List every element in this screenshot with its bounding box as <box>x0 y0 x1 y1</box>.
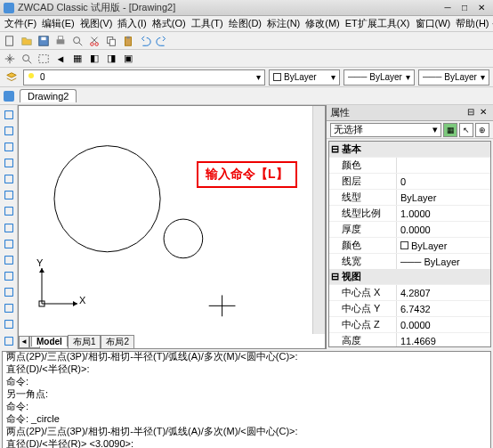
tool-d-icon[interactable]: ▣ <box>120 51 136 67</box>
toolbar-2: ◄ ▦ ◧ ◨ ▣ <box>0 50 493 68</box>
quick-select-icon[interactable]: ▦ <box>443 123 457 137</box>
panel-close-icon[interactable]: ✕ <box>477 107 489 119</box>
region-tool-icon[interactable] <box>1 317 17 332</box>
close-button[interactable]: ✕ <box>473 2 489 14</box>
minimize-button[interactable]: ─ <box>440 2 456 14</box>
table-tool-icon[interactable] <box>1 333 17 348</box>
doc-tabs: Drawing2 <box>0 87 493 105</box>
svg-rect-23 <box>4 175 12 183</box>
circle-tool-icon[interactable] <box>1 220 17 235</box>
vertical-scrollbar[interactable] <box>312 106 325 334</box>
maximize-button[interactable]: □ <box>457 2 473 14</box>
svg-rect-21 <box>4 143 12 151</box>
zoom-icon[interactable] <box>19 51 35 67</box>
props-grid[interactable]: ⊟基本颜色图层0线型ByLayer线型比例1.0000厚度0.0000颜色ByL… <box>328 141 491 347</box>
layout-tab[interactable]: Model <box>31 336 68 346</box>
selection-dropdown[interactable]: 无选择▾ <box>330 123 441 137</box>
xline-tool-icon[interactable] <box>1 139 17 154</box>
copy-icon[interactable] <box>103 33 119 49</box>
menu-item[interactable]: 绘图(D) <box>226 17 264 30</box>
point-tool-icon[interactable] <box>1 285 17 300</box>
layout-tab[interactable]: 布局2 <box>101 335 134 348</box>
svg-rect-24 <box>4 191 12 200</box>
props-row[interactable]: 线型比例1.0000 <box>329 205 490 221</box>
menu-item[interactable]: ET扩展工具(X) <box>343 17 413 30</box>
props-row[interactable]: 图层0 <box>329 173 490 189</box>
drawing-canvas[interactable]: X Y 输入命令【L】 ◄► Model布局1布局2 <box>18 105 326 349</box>
select-objects-icon[interactable]: ↖ <box>459 123 473 137</box>
tool-b-icon[interactable]: ◧ <box>86 51 102 67</box>
ellipse-tool-icon[interactable] <box>1 252 17 267</box>
props-row[interactable]: 线型ByLayer <box>329 189 490 205</box>
open-icon[interactable] <box>19 33 35 49</box>
props-row[interactable]: 高度11.4669 <box>329 332 490 347</box>
paste-icon[interactable] <box>120 33 136 49</box>
window-title: ZWCAD Classic 试用版 - [Drawing2] <box>18 1 439 14</box>
menu-item[interactable]: 文件(F) <box>2 17 39 30</box>
menu-item[interactable]: 编辑(E) <box>39 17 77 30</box>
cmd-line: 两点(2P)/三点(3P)/相切-相切-半径(T)/弧线(A)/多次(M)/<圆… <box>6 425 487 437</box>
menu-item[interactable]: 窗口(W) <box>413 17 454 30</box>
svg-point-35 <box>164 219 203 258</box>
command-history[interactable]: 命令: _options命令:命令: _circle两点(2P)/三点(3P)/… <box>2 351 491 448</box>
props-selection-row: 无选择▾ ▦ ↖ ⊕ <box>327 121 493 139</box>
cut-icon[interactable] <box>86 33 102 49</box>
print-icon[interactable] <box>53 33 69 49</box>
svg-point-5 <box>74 37 80 43</box>
polygon-tool-icon[interactable] <box>1 172 17 187</box>
rect-tool-icon[interactable] <box>1 188 17 203</box>
color-dropdown[interactable]: ByLayer▾ <box>269 69 340 86</box>
line-tool-icon[interactable] <box>1 107 17 122</box>
tool-c-icon[interactable]: ◨ <box>103 51 119 67</box>
props-row[interactable]: 中心点 Z0.0000 <box>329 316 490 332</box>
polyline-tool-icon[interactable] <box>1 155 17 170</box>
svg-point-7 <box>91 42 94 45</box>
props-row[interactable]: 厚度0.0000 <box>329 221 490 237</box>
spline-tool-icon[interactable] <box>1 236 17 251</box>
new-icon[interactable] <box>2 33 18 49</box>
svg-line-6 <box>79 42 83 45</box>
text-tool-icon[interactable] <box>1 301 17 316</box>
svg-rect-22 <box>4 159 12 167</box>
save-icon[interactable] <box>36 33 52 49</box>
cmd-line: 两点(2P)/三点(3P)/相切-相切-半径(T)/弧线(A)/多次(M)/<圆… <box>6 351 487 362</box>
zoom-window-icon[interactable] <box>36 51 52 67</box>
menu-item[interactable]: 标注(N) <box>264 17 303 30</box>
layer-dropdown[interactable]: 0 ▾ <box>23 69 265 86</box>
preview-icon[interactable] <box>69 33 85 49</box>
props-row[interactable]: 中心点 Y6.7432 <box>329 300 490 316</box>
menu-item[interactable]: 帮助(H) <box>453 17 491 30</box>
ray-tool-icon[interactable] <box>1 123 17 138</box>
zoom-prev-icon[interactable]: ◄ <box>53 51 69 67</box>
arc-tool-icon[interactable] <box>1 204 17 219</box>
doc-tab[interactable]: Drawing2 <box>20 89 77 102</box>
svg-rect-26 <box>4 224 12 232</box>
linetype-dropdown[interactable]: ───ByLayer▾ <box>343 69 415 86</box>
menu-item[interactable]: 视图(V) <box>77 17 116 30</box>
svg-rect-19 <box>4 110 12 118</box>
svg-line-9 <box>92 37 97 42</box>
pan-icon[interactable] <box>2 51 18 67</box>
menu-item[interactable]: 插入(I) <box>115 17 149 30</box>
props-row[interactable]: 线宽───ByLayer <box>329 253 490 269</box>
props-group-header[interactable]: ⊟基本 <box>329 142 490 157</box>
cmd-line: 直径(D)/<半径(R)>: <box>6 362 487 375</box>
lineweight-dropdown[interactable]: ───ByLayer▾ <box>418 69 489 86</box>
menu-item[interactable]: 工具(T) <box>189 17 226 30</box>
layout-tab[interactable]: 布局1 <box>68 335 101 348</box>
props-group-header[interactable]: ⊟视图 <box>329 269 490 284</box>
props-row[interactable]: 颜色 <box>329 157 490 173</box>
props-row[interactable]: 中心点 X4.2807 <box>329 284 490 300</box>
menu-item[interactable]: 修改(M) <box>303 17 343 30</box>
main-area: X Y 输入命令【L】 ◄► Model布局1布局2 属性 ⊟ ✕ 无选择▾ ▦… <box>0 105 493 349</box>
undo-icon[interactable] <box>137 33 153 49</box>
menu-item[interactable]: 格式(O) <box>150 17 189 30</box>
props-row[interactable]: 颜色ByLayer <box>329 237 490 253</box>
tool-a-icon[interactable]: ▦ <box>69 51 85 67</box>
hatch-tool-icon[interactable] <box>1 268 17 283</box>
redo-icon[interactable] <box>154 33 170 49</box>
panel-pin-icon[interactable]: ⊟ <box>465 107 477 119</box>
annotation-callout: 输入命令【L】 <box>197 161 297 188</box>
pickadd-icon[interactable]: ⊕ <box>475 123 489 137</box>
layer-mgr-icon[interactable] <box>4 69 20 86</box>
